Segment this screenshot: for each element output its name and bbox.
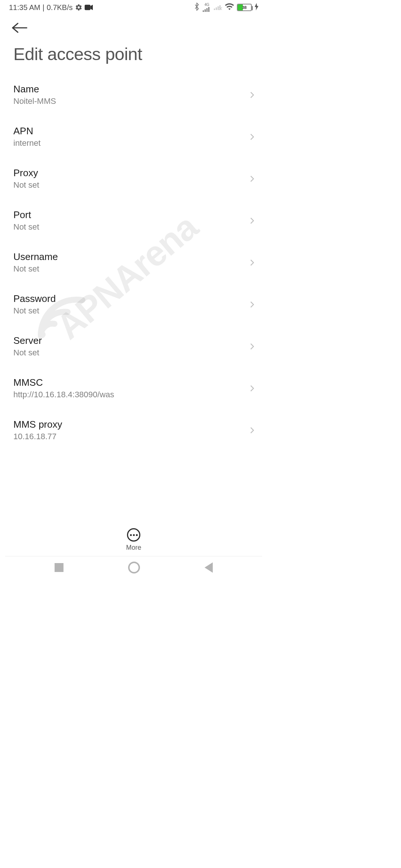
svg-rect-1 [203, 10, 204, 12]
more-button[interactable]: More [0, 524, 267, 556]
status-right: 4G 38 [194, 3, 258, 13]
row-text: Password Not set [13, 293, 56, 316]
nav-home-button[interactable] [128, 562, 140, 573]
svg-rect-4 [208, 7, 209, 12]
chevron-right-icon [248, 300, 256, 309]
chevron-right-icon [248, 91, 256, 99]
svg-rect-0 [85, 5, 91, 10]
row-label: Username [13, 251, 58, 263]
row-label: APN [13, 125, 40, 137]
row-label: MMS proxy [13, 419, 62, 430]
settings-icon [75, 4, 82, 11]
apn-row-mmsc[interactable]: MMSC http://10.16.18.4:38090/was [0, 367, 267, 409]
chevron-right-icon [248, 426, 256, 434]
chevron-right-icon [248, 133, 256, 141]
apn-row-proxy[interactable]: Proxy Not set [0, 158, 267, 200]
row-value: Not set [13, 222, 39, 232]
row-value: http://10.16.18.4:38090/was [13, 390, 114, 400]
more-label: More [126, 544, 141, 552]
apn-row-username[interactable]: Username Not set [0, 241, 267, 283]
video-icon [85, 4, 93, 10]
nav-back-button[interactable] [205, 562, 213, 573]
svg-rect-3 [206, 8, 208, 12]
row-label: Port [13, 209, 39, 221]
status-net-speed: 0.7KB/s [47, 3, 73, 12]
status-bar: 11:35 AM | 0.7KB/s 4G 38 [0, 0, 267, 15]
row-value: internet [13, 138, 40, 148]
more-icon [127, 528, 140, 542]
chevron-right-icon [248, 259, 256, 267]
apn-row-password[interactable]: Password Not set [0, 283, 267, 325]
row-text: Server Not set [13, 335, 42, 358]
svg-rect-5 [214, 9, 215, 10]
status-time: 11:35 AM [9, 3, 40, 12]
apn-row-name[interactable]: Name Noitel-MMS [0, 74, 267, 116]
svg-rect-6 [216, 7, 217, 10]
charging-icon [255, 3, 258, 12]
svg-rect-2 [205, 9, 206, 12]
apn-fields-list: APNArena Name Noitel-MMS APN internet Pr… [0, 74, 267, 476]
status-sep: | [43, 3, 45, 12]
row-label: Server [13, 335, 42, 346]
row-text: Username Not set [13, 251, 58, 274]
row-value: Not set [13, 264, 58, 274]
row-value: Not set [13, 180, 39, 190]
wifi-icon [225, 3, 234, 12]
signal-4g-icon: 4G [203, 3, 211, 12]
row-value: 10.16.18.77 [13, 432, 62, 441]
bluetooth-icon [194, 3, 200, 13]
signal-nosim-icon [214, 3, 222, 12]
system-nav-bar [0, 556, 267, 579]
row-text: Name Noitel-MMS [13, 83, 56, 106]
row-value: Not set [13, 348, 42, 358]
row-text: Port Not set [13, 209, 39, 232]
nav-recents-button[interactable] [55, 563, 63, 572]
row-value: Not set [13, 306, 56, 316]
battery-icon: 38 [237, 4, 252, 11]
chevron-right-icon [248, 217, 256, 225]
page-title: Edit access point [0, 41, 267, 74]
apn-row-apn[interactable]: APN internet [0, 116, 267, 158]
row-value: Noitel-MMS [13, 96, 56, 106]
row-label: Password [13, 293, 56, 305]
row-text: MMSC http://10.16.18.4:38090/was [13, 377, 114, 400]
svg-rect-7 [218, 6, 219, 10]
row-text: Proxy Not set [13, 167, 39, 190]
apn-row-mms-proxy[interactable]: MMS proxy 10.16.18.77 [0, 409, 267, 451]
apn-row-port[interactable]: Port Not set [0, 200, 267, 241]
back-button[interactable] [11, 19, 28, 36]
row-text: MMS proxy 10.16.18.77 [13, 419, 62, 441]
chevron-right-icon [248, 342, 256, 351]
row-text: APN internet [13, 125, 40, 148]
chevron-right-icon [248, 384, 256, 392]
row-label: MMSC [13, 377, 114, 388]
row-label: Name [13, 83, 56, 95]
app-bar [0, 15, 267, 41]
chevron-right-icon [248, 175, 256, 183]
row-label: Proxy [13, 167, 39, 179]
status-left: 11:35 AM | 0.7KB/s [9, 3, 93, 12]
arrow-left-icon [11, 22, 28, 33]
apn-row-server[interactable]: Server Not set [0, 325, 267, 367]
